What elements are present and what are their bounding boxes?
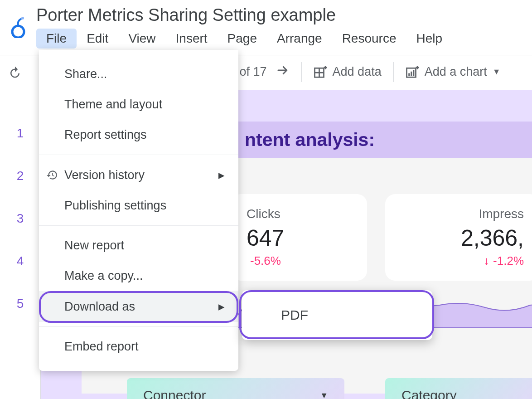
submenu-arrow-icon: ▸ xyxy=(218,299,225,314)
metric-label: Clicks xyxy=(247,207,352,221)
menu-item-version-history[interactable]: Version history ▸ xyxy=(39,160,238,190)
menu-item-label: Report settings xyxy=(64,128,147,142)
svg-rect-8 xyxy=(408,73,410,76)
svg-point-0 xyxy=(12,26,24,38)
ruler-vertical: 1 2 3 4 5 xyxy=(0,90,41,399)
menu-item-label: Version history xyxy=(64,168,145,182)
menu-item-label: Share... xyxy=(64,67,107,81)
history-icon xyxy=(46,169,58,181)
add-data-button[interactable]: Add data xyxy=(314,65,382,79)
filter-label: Connector xyxy=(143,388,206,399)
undo-button[interactable] xyxy=(8,65,22,79)
ruler-mark: 4 xyxy=(17,254,24,268)
add-chart-button[interactable]: Add a chart ▼ xyxy=(406,65,501,79)
menu-page[interactable]: Page xyxy=(218,29,267,49)
submenu-item-label: PDF xyxy=(281,307,308,322)
menu-help[interactable]: Help xyxy=(406,29,452,49)
document-title[interactable]: Porter Metrics Sharing Setting example xyxy=(36,5,452,26)
menu-item-make-copy[interactable]: Make a copy... xyxy=(39,261,238,291)
menu-item-download-as[interactable]: Download as ▸ xyxy=(39,291,238,322)
menu-item-report-settings[interactable]: Report settings xyxy=(39,120,238,150)
add-chart-icon xyxy=(406,65,419,79)
category-filter[interactable]: Category xyxy=(385,378,532,399)
toolbar-divider xyxy=(393,62,394,82)
metric-value: 647 xyxy=(247,225,352,251)
ruler-mark: 5 xyxy=(17,297,24,311)
menu-item-label: New report xyxy=(64,238,124,253)
down-arrow-icon: ↓ xyxy=(484,254,489,268)
menu-item-label: Download as xyxy=(64,300,135,314)
menu-arrange[interactable]: Arrange xyxy=(267,29,332,49)
svg-point-1 xyxy=(21,17,24,19)
submenu-item-pdf[interactable]: PDF xyxy=(242,294,432,336)
metric-card-clicks[interactable]: Clicks 647 -5.6% xyxy=(231,194,367,281)
add-chart-label: Add a chart xyxy=(425,65,487,79)
menu-item-share[interactable]: Share... xyxy=(39,59,238,89)
banner-title: ntent analysis: xyxy=(245,129,375,151)
menu-file[interactable]: File xyxy=(36,29,77,49)
svg-rect-9 xyxy=(411,71,412,76)
menubar: File Edit View Insert Page Arrange Resou… xyxy=(36,29,452,49)
menu-item-embed[interactable]: Embed report xyxy=(39,331,238,362)
ruler-mark: 3 xyxy=(17,211,24,226)
metric-value: 2,366, xyxy=(401,225,524,251)
dropdown-caret-icon: ▼ xyxy=(493,67,501,77)
menu-view[interactable]: View xyxy=(118,29,165,49)
add-data-icon xyxy=(314,65,327,79)
menu-item-label: Theme and layout xyxy=(64,97,162,112)
app-logo xyxy=(9,15,27,38)
metric-delta: ↓ -1.2% xyxy=(401,254,524,268)
connector-filter[interactable]: Connector ▼ xyxy=(127,378,344,399)
arrow-right-icon xyxy=(276,63,290,77)
metric-label: Impress xyxy=(401,207,524,221)
submenu-arrow-icon: ▸ xyxy=(218,168,225,182)
svg-rect-10 xyxy=(413,70,414,76)
metric-card-impressions[interactable]: Impress 2,366, ↓ -1.2% xyxy=(385,194,532,281)
menu-item-label: Publishing settings xyxy=(64,199,166,213)
metric-delta: -5.6% xyxy=(247,254,352,268)
ruler-mark: 2 xyxy=(17,169,24,183)
file-menu-dropdown: Share... Theme and layout Report setting… xyxy=(39,50,238,371)
undo-icon xyxy=(8,65,22,79)
ruler-mark: 1 xyxy=(17,126,24,141)
download-as-submenu: PDF xyxy=(242,290,432,340)
menu-resource[interactable]: Resource xyxy=(332,29,406,49)
menu-edit[interactable]: Edit xyxy=(77,29,118,49)
dropdown-caret-icon: ▼ xyxy=(320,391,328,399)
next-page-button[interactable] xyxy=(276,63,290,80)
menu-item-publishing[interactable]: Publishing settings xyxy=(39,190,238,221)
menu-item-label: Embed report xyxy=(64,340,139,354)
filter-label: Category xyxy=(401,388,457,399)
title-block: Porter Metrics Sharing Setting example F… xyxy=(36,5,452,49)
menu-insert[interactable]: Insert xyxy=(166,29,218,49)
menu-item-label: Make a copy... xyxy=(64,269,143,283)
app-header: Porter Metrics Sharing Setting example F… xyxy=(0,0,532,49)
menu-item-new-report[interactable]: New report xyxy=(39,230,238,261)
menu-item-theme[interactable]: Theme and layout xyxy=(39,89,238,120)
add-data-label: Add data xyxy=(333,65,382,79)
toolbar-divider xyxy=(301,62,302,82)
